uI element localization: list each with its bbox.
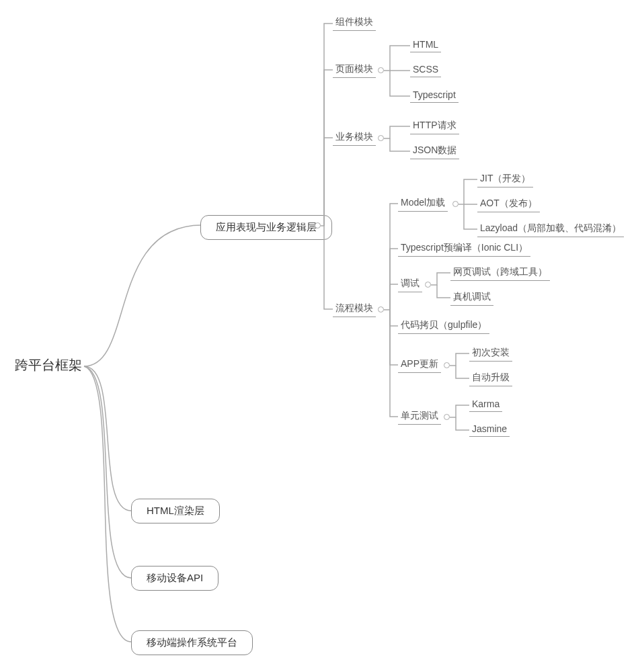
mobile-api-node: 移动设备API	[131, 566, 218, 591]
page-ts-label: Typescript	[410, 88, 459, 103]
unit-label: 单元测试	[398, 409, 441, 425]
jasmine-node: Jasmine	[469, 422, 510, 437]
bullet-icon	[378, 306, 384, 312]
update-label: APP更新	[398, 357, 441, 373]
auto-upgrade-label: 自动升级	[469, 370, 512, 386]
bullet-icon	[444, 362, 450, 368]
mobile-os-node: 移动端操作系统平台	[131, 630, 253, 655]
page-module-node: 页面模块	[333, 62, 376, 78]
bullet-icon	[378, 135, 384, 141]
unit-fan	[0, 0, 636, 672]
component-module-label: 组件模块	[333, 15, 376, 31]
aot-node: AOT（发布）	[477, 196, 540, 212]
json-label: JSON数据	[410, 143, 459, 159]
process-module-label: 流程模块	[333, 301, 376, 317]
bullet-icon	[315, 222, 321, 228]
jit-node: JIT（开发）	[477, 171, 533, 187]
page-scss-node: SCSS	[410, 62, 441, 77]
http-node: HTTP请求	[410, 118, 459, 134]
process-module-node: 流程模块	[333, 301, 376, 317]
jit-label: JIT（开发）	[477, 171, 533, 187]
bullet-icon	[452, 201, 459, 207]
copy-node: 代码拷贝（gulpfile）	[398, 318, 489, 334]
logic-fan	[0, 0, 636, 672]
model-node: Model加载	[398, 196, 448, 212]
aot-label: AOT（发布）	[477, 196, 540, 212]
web-debug-node: 网页调试（跨域工具）	[450, 265, 550, 281]
page-html-label: HTML	[410, 38, 441, 52]
page-fan	[0, 0, 636, 672]
debug-node: 调试	[398, 276, 422, 292]
debug-label: 调试	[398, 276, 422, 292]
lazy-node: Lazyload（局部加载、代码混淆）	[477, 221, 624, 237]
business-fan	[0, 0, 636, 672]
process-fan	[0, 0, 636, 672]
web-debug-label: 网页调试（跨域工具）	[450, 265, 550, 281]
auto-upgrade-node: 自动升级	[469, 370, 512, 386]
page-ts-node: Typescript	[410, 88, 459, 103]
business-module-label: 业务模块	[333, 130, 376, 146]
logic-layer-node: 应用表现与业务逻辑层	[200, 215, 332, 240]
model-fan	[0, 0, 636, 672]
copy-label: 代码拷贝（gulpfile）	[398, 318, 489, 334]
lazy-label: Lazyload（局部加载、代码混淆）	[477, 221, 624, 237]
root-curves	[0, 0, 636, 672]
debug-fan	[0, 0, 636, 672]
ts-pre-node: Typescript预编译（Ionic CLI）	[398, 241, 530, 257]
model-label: Model加载	[398, 196, 448, 212]
bullet-icon	[425, 282, 431, 288]
root-node: 跨平台框架	[15, 356, 82, 374]
root-label: 跨平台框架	[15, 358, 82, 372]
karma-node: Karma	[469, 397, 502, 412]
mobile-api-label: 移动设备API	[131, 566, 218, 591]
first-install-node: 初次安装	[469, 345, 512, 362]
ts-pre-label: Typescript预编译（Ionic CLI）	[398, 241, 530, 257]
update-node: APP更新	[398, 357, 441, 373]
html-render-node: HTML渲染层	[131, 499, 220, 523]
page-html-node: HTML	[410, 38, 441, 52]
update-fan	[0, 0, 636, 672]
karma-label: Karma	[469, 397, 502, 412]
html-render-label: HTML渲染层	[131, 499, 220, 523]
bullet-icon	[444, 414, 450, 420]
http-label: HTTP请求	[410, 118, 459, 134]
page-module-label: 页面模块	[333, 62, 376, 78]
bullet-icon	[378, 67, 384, 73]
real-debug-node: 真机调试	[450, 290, 493, 306]
logic-layer-label: 应用表现与业务逻辑层	[200, 215, 332, 240]
unit-node: 单元测试	[398, 409, 441, 425]
first-install-label: 初次安装	[469, 345, 512, 362]
real-debug-label: 真机调试	[450, 290, 493, 306]
component-module-node: 组件模块	[333, 15, 376, 31]
page-scss-label: SCSS	[410, 62, 441, 77]
mobile-os-label: 移动端操作系统平台	[131, 630, 253, 655]
business-module-node: 业务模块	[333, 130, 376, 146]
json-node: JSON数据	[410, 143, 459, 159]
jasmine-label: Jasmine	[469, 422, 510, 437]
